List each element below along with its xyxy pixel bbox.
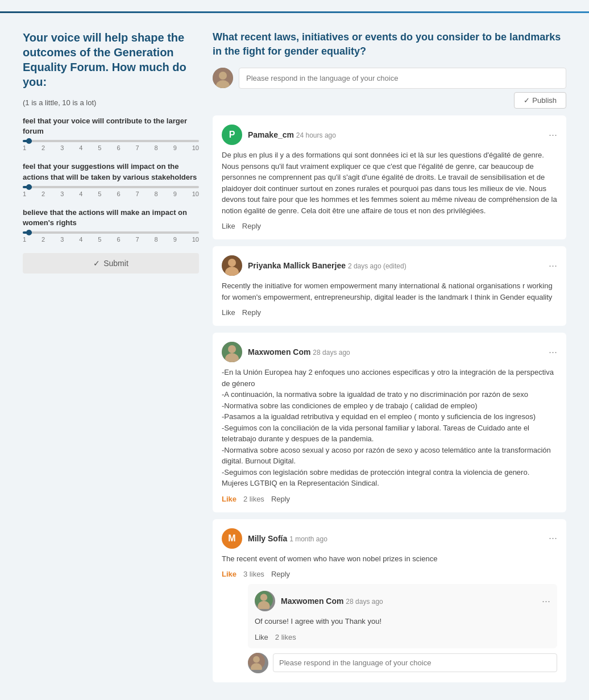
comment-card-4: M Milly Sofía 1 month ago ··· The recent…: [213, 519, 566, 682]
comment-body-3: -En la Unión Europea hay 2 enfoques uno …: [222, 367, 557, 489]
slider-1-numbers: 12345678910: [23, 144, 199, 151]
comment-time-4: 1 month ago: [289, 535, 327, 543]
like-button-2[interactable]: Like: [222, 308, 235, 317]
svg-point-7: [228, 345, 236, 353]
main-content: Your voice will help shape the outcomes …: [0, 30, 589, 689]
comment-more-3[interactable]: ···: [549, 346, 557, 358]
reply-time-1: 28 days ago: [346, 598, 383, 606]
slider-3-numbers: 12345678910: [23, 236, 199, 243]
left-panel-title: Your voice will help shape the outcomes …: [23, 30, 199, 89]
reply-body-1: Of course! I agree with you Thank you!: [255, 616, 550, 627]
comment-body-1: De plus en plus il y a des formations qu…: [222, 150, 557, 216]
slider-section-3: believe that the actions will make an im…: [23, 208, 199, 243]
reply-card-1: Maxwomen Com 28 days ago ··· Of course! …: [248, 584, 557, 648]
submit-icon: ✓: [93, 259, 100, 268]
comment-meta-2: Priyanka Mallick Banerjee 2 days ago (ed…: [248, 261, 543, 270]
like-button-4[interactable]: Like: [222, 570, 237, 578]
avatar-priyanka: [222, 255, 242, 276]
top-border: [0, 11, 589, 13]
comment-actions-3: Like 2 likes Reply: [222, 495, 557, 503]
comment-card-1: P Pamake_cm 24 hours ago ··· De plus en …: [213, 115, 566, 239]
reply-compose-input[interactable]: [273, 653, 557, 672]
submit-button[interactable]: ✓ Submit: [23, 253, 199, 274]
right-panel: What recent laws, initiatives or events …: [213, 30, 566, 689]
reply-author-1: Maxwomen Com: [281, 597, 343, 606]
comment-actions-1: Like Reply: [222, 222, 557, 230]
comment-author-1: Pamake_cm: [248, 130, 294, 139]
slider-section-2: feel that your suggestions will impact o…: [23, 161, 199, 197]
comment-actions-4: Like 3 likes Reply: [222, 570, 557, 578]
comment-time-3: 28 days ago: [313, 349, 350, 357]
comment-author-2: Priyanka Mallick Banerjee: [248, 261, 346, 270]
svg-point-1: [219, 72, 227, 80]
comment-header-1: P Pamake_cm 24 hours ago ···: [222, 125, 557, 145]
reply-button-2[interactable]: Reply: [242, 308, 261, 317]
reply-compose-4: [248, 653, 557, 673]
reply-like-button-1[interactable]: Like: [255, 633, 268, 641]
avatar-maxwomen1: [222, 342, 242, 362]
submit-label: Submit: [103, 259, 128, 268]
publish-btn-area: ✓ Publish: [239, 92, 566, 109]
question-title: What recent laws, initiatives or events …: [213, 30, 566, 59]
left-panel: Your voice will help shape the outcomes …: [23, 30, 199, 689]
comment-author-4: Milly Sofía: [248, 534, 287, 543]
comment-body-4: The recent event of women who have won n…: [222, 553, 557, 565]
slider-section-1: feel that your voice will contribute to …: [23, 116, 199, 151]
comment-meta-3: Maxwomen Com 28 days ago: [248, 347, 543, 357]
compose-box: ✓ Publish: [213, 68, 566, 109]
comment-more-1[interactable]: ···: [549, 129, 557, 141]
page-wrapper: Your voice will help shape the outcomes …: [0, 0, 589, 700]
slider-3-track[interactable]: [23, 231, 199, 234]
comment-card-3: Maxwomen Com 28 days ago ··· -En la Unió…: [213, 333, 566, 512]
reply-section-4: Maxwomen Com 28 days ago ··· Of course! …: [222, 584, 557, 673]
svg-point-13: [253, 656, 260, 663]
compose-avatar: [213, 68, 233, 88]
slider-1-label: feel that your voice will contribute to …: [23, 116, 199, 136]
slider-1-track[interactable]: [23, 140, 199, 142]
publish-icon: ✓: [524, 96, 530, 105]
svg-point-10: [260, 594, 267, 601]
scale-note: (1 is a little, 10 is a lot): [23, 98, 199, 107]
comment-more-4[interactable]: ···: [549, 532, 557, 544]
slider-2-label: feel that your suggestions will impact o…: [23, 161, 199, 182]
like-count-4: 3 likes: [243, 570, 264, 578]
reply-meta-1: Maxwomen Com 28 days ago: [281, 597, 536, 606]
comment-author-3: Maxwomen Com: [248, 347, 310, 357]
comment-meta-1: Pamake_cm 24 hours ago: [248, 130, 543, 139]
comment-more-2[interactable]: ···: [549, 260, 557, 272]
compose-input[interactable]: [239, 68, 566, 89]
comment-header-2: Priyanka Mallick Banerjee 2 days ago (ed…: [222, 255, 557, 276]
comment-actions-2: Like Reply: [222, 308, 557, 317]
reply-more-1[interactable]: ···: [542, 595, 550, 607]
avatar-reply-compose: [248, 653, 268, 673]
like-count-3: 2 likes: [243, 495, 264, 503]
reply-header-1: Maxwomen Com 28 days ago ···: [255, 591, 550, 611]
comment-card-2: Priyanka Mallick Banerjee 2 days ago (ed…: [213, 246, 566, 326]
reply-button-1[interactable]: Reply: [242, 222, 261, 230]
like-button-1[interactable]: Like: [222, 222, 235, 230]
avatar-milly: M: [222, 528, 242, 549]
comment-header-3: Maxwomen Com 28 days ago ···: [222, 342, 557, 362]
comment-meta-4: Milly Sofía 1 month ago: [248, 534, 543, 543]
compose-input-wrap: ✓ Publish: [239, 68, 566, 109]
comment-header-4: M Milly Sofía 1 month ago ···: [222, 528, 557, 549]
reply-like-count-1: 2 likes: [275, 633, 296, 641]
comment-time-2: 2 days ago (edited): [348, 262, 407, 270]
avatar-pamake: P: [222, 125, 242, 145]
comment-time-1: 24 hours ago: [296, 131, 336, 139]
avatar-maxwomen-reply: [255, 591, 275, 611]
reply-button-4[interactable]: Reply: [271, 570, 290, 578]
like-button-3[interactable]: Like: [222, 495, 237, 503]
publish-button[interactable]: ✓ Publish: [514, 92, 566, 109]
slider-3-label: believe that the actions will make an im…: [23, 208, 199, 228]
svg-point-4: [228, 259, 236, 267]
comment-body-2: Recently the initiative for women empowe…: [222, 280, 557, 303]
slider-2-track[interactable]: [23, 186, 199, 188]
slider-2-numbers: 12345678910: [23, 190, 199, 197]
reply-actions-1: Like 2 likes: [255, 633, 550, 641]
reply-button-3[interactable]: Reply: [271, 495, 290, 503]
publish-label: Publish: [532, 96, 557, 105]
